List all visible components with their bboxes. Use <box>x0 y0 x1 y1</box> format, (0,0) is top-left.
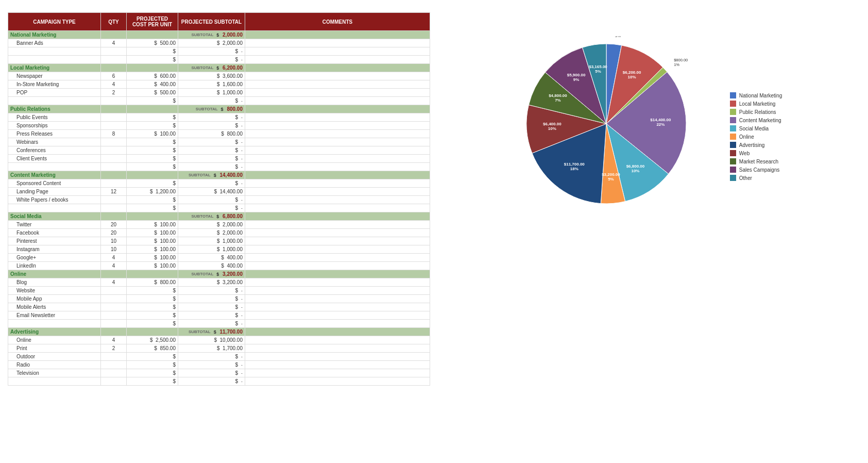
item-name <box>8 56 101 64</box>
item-qty <box>101 361 127 369</box>
category-name: Public Relations <box>8 105 101 113</box>
category-name: Local Marketing <box>8 64 101 72</box>
category-name: Advertising <box>8 328 101 336</box>
item-name: Google+ <box>8 254 101 262</box>
table-row: Mobile Alerts$$ - <box>8 303 430 311</box>
table-row: Client Events$$ - <box>8 155 430 163</box>
legend-item-social-media: Social Media <box>730 125 782 131</box>
item-comment <box>245 130 430 138</box>
category-row: OnlineSUBTOTAL$ 3,200.00 <box>8 270 430 278</box>
item-comment <box>245 122 430 130</box>
item-name <box>8 320 101 328</box>
table-row: Landing Page12$ 1,200.00$ 14,400.00 <box>8 188 430 196</box>
item-subtotal: $ - <box>178 287 245 295</box>
item-subtotal: $ - <box>178 47 245 56</box>
item-qty: 2 <box>101 89 127 97</box>
item-cost: $ <box>127 320 178 328</box>
category-qty <box>101 270 127 278</box>
table-row: $$ - <box>8 377 430 386</box>
item-subtotal: $ - <box>178 146 245 155</box>
item-cost: $ <box>127 179 178 188</box>
category-subtotal: SUBTOTAL$ 11,700.00 <box>178 328 245 336</box>
legend-label: Online <box>739 134 754 140</box>
category-row: Content MarketingSUBTOTAL$ 14,400.00 <box>8 171 430 179</box>
col-qty: QTY <box>101 13 127 31</box>
category-subtotal: SUBTOTAL$ 14,400.00 <box>178 171 245 179</box>
item-comment <box>245 155 430 163</box>
item-name <box>8 163 101 171</box>
category-cost <box>127 328 178 336</box>
item-comment <box>245 188 430 196</box>
table-row: $$ - <box>8 97 430 105</box>
item-name: Facebook <box>8 229 101 237</box>
legend-item-content-marketing: Content Marketing <box>730 117 782 123</box>
item-name: Pinterest <box>8 237 101 245</box>
item-cost: $ 100.00 <box>127 237 178 245</box>
table-row: Newspaper6$ 600.00$ 3,600.00 <box>8 72 430 80</box>
item-comment <box>245 221 430 229</box>
item-cost: $ <box>127 303 178 311</box>
legend-item-local-marketing: Local Marketing <box>730 101 782 107</box>
category-qty <box>101 105 127 113</box>
table-row: $$ - <box>8 320 430 328</box>
legend-item-online: Online <box>730 134 782 140</box>
category-subtotal: SUBTOTAL$ 2,000.00 <box>178 31 245 39</box>
item-comment <box>245 80 430 89</box>
table-row: Facebook20$ 100.00$ 2,000.00 <box>8 229 430 237</box>
item-cost: $ <box>127 122 178 130</box>
legend-color-box <box>730 125 736 131</box>
item-name: Sponsorships <box>8 122 101 130</box>
category-row: Social MediaSUBTOTAL$ 6,800.00 <box>8 212 430 221</box>
item-comment <box>245 204 430 212</box>
table-row: Instagram10$ 100.00$ 1,000.00 <box>8 245 430 254</box>
table-row: Press Releases8$ 100.00$ 800.00 <box>8 130 430 138</box>
item-qty <box>101 146 127 155</box>
legend-label: Public Relations <box>739 109 776 115</box>
item-qty: 10 <box>101 245 127 254</box>
item-qty <box>101 369 127 377</box>
table-row: $$ - <box>8 56 430 64</box>
category-subtotal: SUBTOTAL$ 3,200.00 <box>178 270 245 278</box>
item-comment <box>245 72 430 80</box>
category-cost <box>127 270 178 278</box>
item-name: Client Events <box>8 155 101 163</box>
category-comments <box>245 212 430 221</box>
item-name: Television <box>8 369 101 377</box>
category-cost <box>127 171 178 179</box>
item-comment <box>245 89 430 97</box>
item-name: In-Store Marketing <box>8 80 101 89</box>
item-cost: $ <box>127 146 178 155</box>
category-name: Content Marketing <box>8 171 101 179</box>
item-name: Print <box>8 344 101 353</box>
item-qty: 20 <box>101 221 127 229</box>
item-comment <box>245 245 430 254</box>
item-comment <box>245 254 430 262</box>
table-row: Television$$ - <box>8 369 430 377</box>
legend-label: Content Marketing <box>739 118 781 123</box>
item-subtotal: $ 2,000.00 <box>178 221 245 229</box>
item-name: Radio <box>8 361 101 369</box>
item-cost: $ <box>127 204 178 212</box>
item-comment <box>245 179 430 188</box>
table-row: Email Newsletter$$ - <box>8 311 430 320</box>
item-qty <box>101 204 127 212</box>
legend-color-box <box>730 150 736 156</box>
category-name: National Marketing <box>8 31 101 39</box>
legend-color-box <box>730 142 736 148</box>
item-cost: $ 100.00 <box>127 130 178 138</box>
table-section: CAMPAIGN TYPE QTY PROJECTED COST PER UNI… <box>8 5 430 386</box>
item-name: Press Releases <box>8 130 101 138</box>
table-row: POP2$ 500.00$ 1,000.00 <box>8 89 430 97</box>
category-subtotal: SUBTOTAL$ 6,800.00 <box>178 212 245 221</box>
category-comments <box>245 105 430 113</box>
item-comment <box>245 229 430 237</box>
item-qty: 20 <box>101 229 127 237</box>
item-qty <box>101 353 127 361</box>
item-comment <box>245 39 430 47</box>
item-comment <box>245 377 430 386</box>
item-cost: $ 600.00 <box>127 72 178 80</box>
item-cost: $ <box>127 47 178 56</box>
item-qty <box>101 287 127 295</box>
item-comment <box>245 320 430 328</box>
table-row: Webinars$$ - <box>8 138 430 146</box>
